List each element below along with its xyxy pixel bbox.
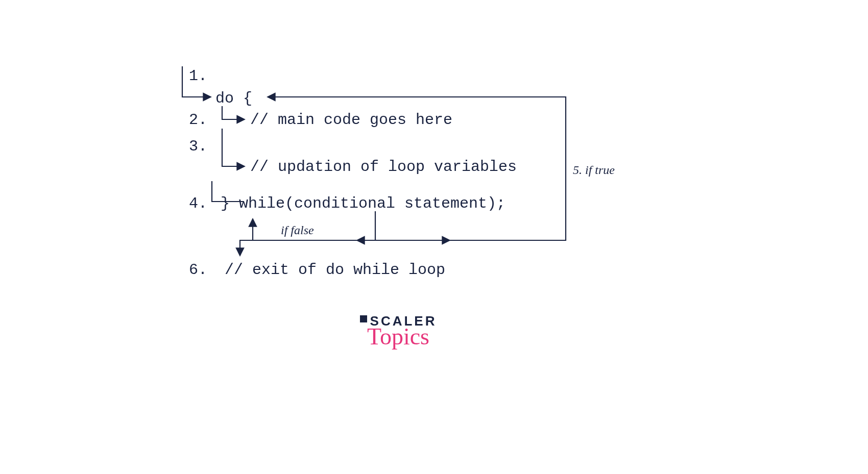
flow-arrows [0, 0, 868, 474]
step-number-6: 6. [189, 261, 207, 279]
step-number-4: 4. [189, 195, 207, 212]
step-number-3: 3. [189, 138, 207, 155]
annotation-if-false: if false [281, 223, 314, 237]
step-number-2: 2. [189, 111, 207, 129]
logo-square-icon [360, 315, 367, 322]
code-exit: // exit of do while loop [225, 261, 445, 279]
arrow-main-to-update [222, 129, 244, 166]
code-while: } while(conditional statement); [221, 195, 505, 212]
arrow-if-false-to-exit [240, 240, 357, 255]
diagram-stage: 1. 2. 3. 4. 6. do { // main code goes he… [0, 0, 868, 474]
code-do: do { [215, 90, 252, 107]
arrow-do-to-main [222, 106, 244, 119]
step-number-1: 1. [189, 67, 207, 85]
annotation-if-true: 5. if true [573, 163, 615, 177]
code-update: // updation of loop variables [250, 158, 517, 176]
brand-logo: SCALER Topics [347, 313, 449, 348]
code-main: // main code goes here [250, 111, 452, 129]
